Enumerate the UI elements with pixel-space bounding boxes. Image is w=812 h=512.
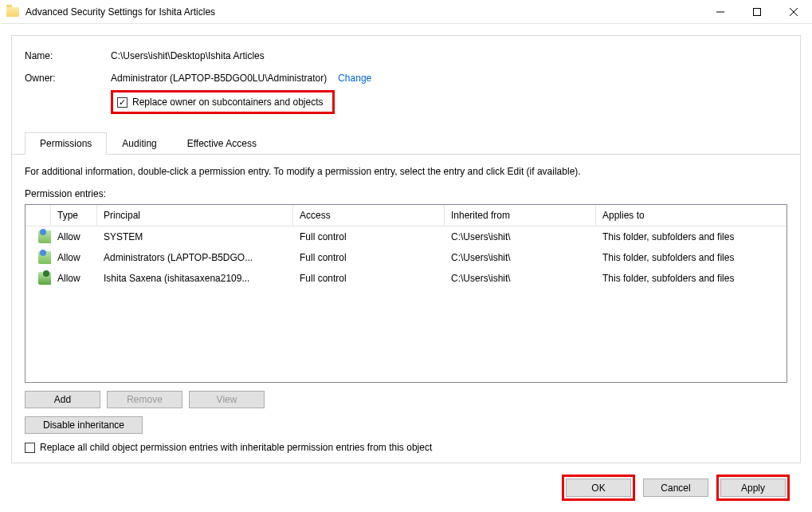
cell-principal: Ishita Saxena (ishitasaxena2109... (97, 271, 293, 286)
ok-button[interactable]: OK (566, 479, 631, 497)
tabs-row: Permissions Auditing Effective Access (12, 132, 800, 155)
apply-button[interactable]: Apply (720, 479, 786, 497)
cell-access: Full control (293, 250, 445, 265)
principal-icon (38, 251, 51, 264)
change-owner-link[interactable]: Change (338, 73, 371, 84)
titlebar: Advanced Security Settings for Ishita Ar… (0, 0, 812, 24)
cell-inherited: C:\Users\ishit\ (445, 250, 596, 265)
maximize-button[interactable] (739, 0, 775, 24)
owner-value: Administrator (LAPTOP-B5DGO0LU\Administr… (111, 73, 327, 84)
cell-type: Allow (51, 230, 97, 244)
cell-applies: This folder, subfolders and files (596, 271, 787, 286)
principal-icon (38, 230, 51, 243)
tab-permissions[interactable]: Permissions (25, 132, 107, 155)
security-settings-window: Advanced Security Settings for Ishita Ar… (0, 0, 812, 512)
header-applies[interactable]: Applies to (596, 205, 787, 226)
header-inherited[interactable]: Inherited from (445, 205, 596, 226)
tab-effective-access[interactable]: Effective Access (172, 132, 272, 155)
view-button[interactable]: View (189, 391, 265, 408)
apply-highlight: Apply (716, 475, 790, 501)
svg-rect-1 (754, 8, 761, 15)
replace-owner-box: Replace owner on subcontainers and objec… (111, 90, 335, 114)
cell-principal: Administrators (LAPTOP-B5DGO... (97, 250, 293, 265)
replace-child-checkbox[interactable] (25, 443, 35, 453)
content-area: Name: C:\Users\ishit\Desktop\Ishita Arti… (0, 24, 812, 512)
cell-type: Allow (51, 271, 97, 286)
header-icon[interactable] (25, 205, 51, 226)
cell-access: Full control (293, 271, 445, 286)
window-controls (702, 0, 812, 24)
principal-icon (38, 272, 51, 285)
cell-access: Full control (293, 230, 445, 244)
table-row[interactable]: AllowAdministrators (LAPTOP-B5DGO...Full… (25, 247, 787, 268)
main-panel: Name: C:\Users\ishit\Desktop\Ishita Arti… (11, 35, 801, 463)
name-label: Name: (25, 50, 111, 61)
ok-highlight: OK (562, 475, 635, 501)
cell-applies: This folder, subfolders and files (596, 250, 787, 265)
button-row-1: Add Remove View (25, 391, 787, 408)
header-type[interactable]: Type (51, 205, 97, 226)
cell-applies: This folder, subfolders and files (596, 230, 787, 244)
name-value: C:\Users\ishit\Desktop\Ishita Articles (111, 50, 265, 61)
cell-type: Allow (51, 250, 97, 265)
add-button[interactable]: Add (25, 391, 100, 408)
cell-principal: SYSTEM (97, 230, 293, 244)
window-title: Advanced Security Settings for Ishita Ar… (25, 6, 702, 18)
cell-inherited: C:\Users\ishit\ (445, 230, 596, 244)
folder-icon (6, 7, 19, 17)
header-access[interactable]: Access (293, 205, 445, 226)
tab-body: For additional information, double-click… (12, 155, 800, 463)
table-rows: AllowSYSTEMFull controlC:\Users\ishit\Th… (25, 226, 787, 289)
cancel-button[interactable]: Cancel (643, 479, 708, 497)
disable-inheritance-button[interactable]: Disable inheritance (25, 416, 143, 434)
name-row: Name: C:\Users\ishit\Desktop\Ishita Arti… (25, 50, 787, 61)
permission-table: Type Principal Access Inherited from App… (25, 204, 787, 383)
replace-owner-checkbox[interactable] (117, 97, 127, 108)
header-principal[interactable]: Principal (97, 205, 293, 226)
button-row-2: Disable inheritance (25, 416, 787, 434)
replace-child-label: Replace all child object permission entr… (40, 442, 432, 453)
replace-child-row: Replace all child object permission entr… (25, 442, 787, 453)
tab-auditing[interactable]: Auditing (107, 132, 171, 155)
table-row[interactable]: AllowSYSTEMFull controlC:\Users\ishit\Th… (25, 226, 787, 247)
remove-button[interactable]: Remove (107, 391, 182, 408)
cell-inherited: C:\Users\ishit\ (445, 271, 596, 286)
owner-label: Owner: (25, 73, 111, 84)
table-row[interactable]: AllowIshita Saxena (ishitasaxena2109...F… (25, 268, 787, 289)
footer: OK Cancel Apply (11, 463, 801, 512)
info-area: Name: C:\Users\ishit\Desktop\Ishita Arti… (12, 36, 800, 122)
minimize-button[interactable] (702, 0, 739, 24)
replace-owner-label: Replace owner on subcontainers and objec… (132, 96, 323, 108)
close-button[interactable] (775, 0, 812, 24)
info-text: For additional information, double-click… (25, 166, 787, 177)
owner-row: Owner: Administrator (LAPTOP-B5DGO0LU\Ad… (25, 73, 787, 84)
table-header: Type Principal Access Inherited from App… (25, 205, 787, 226)
entries-label: Permission entries: (25, 188, 787, 199)
